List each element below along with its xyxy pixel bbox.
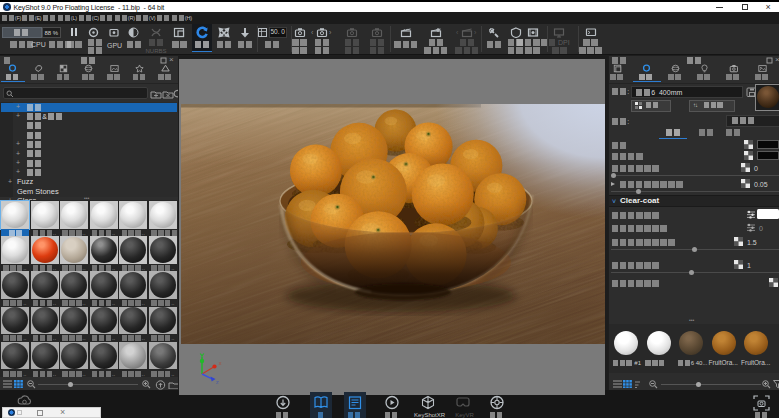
svg-text:x: x [219,360,222,366]
svg-text:z: z [216,379,219,385]
